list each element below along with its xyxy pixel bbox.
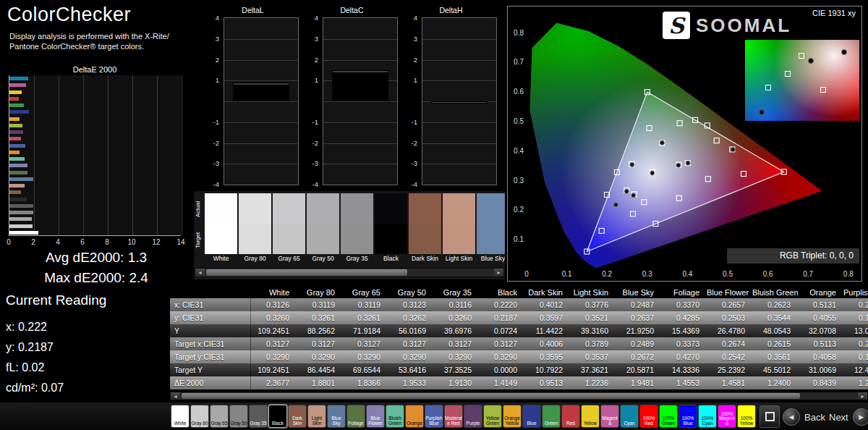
measured-marker: [660, 140, 664, 145]
scroll-left-button[interactable]: ◂: [171, 392, 180, 400]
de-bar-bluish-green: [9, 157, 25, 161]
swatch-column-gray-65: Gray 65: [273, 193, 305, 264]
back-button-label: Back: [804, 412, 825, 423]
patch-button-light-skin[interactable]: Light Skin: [307, 405, 326, 428]
table-cell: 0.3127: [388, 337, 433, 350]
patch-button-label: Red: [566, 421, 575, 428]
patch-button-blue-flower[interactable]: Blue Flower: [366, 405, 385, 428]
cie-title: CIE 1931 xy: [812, 9, 856, 17]
scroll-left-icon: ◂: [174, 393, 176, 400]
patch-button-purple[interactable]: Purple: [464, 405, 482, 428]
delta-bar: [233, 83, 289, 101]
table-cell: 0.5113: [798, 337, 843, 350]
patch-button-100-green[interactable]: 100% Green: [659, 405, 678, 428]
table-cell: 0.3370: [661, 298, 707, 311]
scroll-right-button[interactable]: ▸: [858, 392, 867, 400]
scroll-left-button[interactable]: ◂: [195, 269, 205, 277]
table-header-light-skin: Light Skin: [570, 287, 616, 298]
table-cell: 0.3127: [297, 337, 342, 350]
next-button[interactable]: Next ▶: [829, 405, 868, 429]
patch-button-blue-sky[interactable]: Blue Sky: [327, 405, 346, 428]
swatch-scrollbar[interactable]: ◂ ▸: [195, 268, 504, 277]
table-header-black: Black: [479, 287, 524, 298]
patch-button-label: 100% Blue: [679, 416, 697, 427]
table-cell: 1.4149: [479, 376, 524, 389]
patch-button-gray-80[interactable]: Gray 80: [190, 405, 209, 428]
axis-tick-label: 3: [205, 35, 219, 43]
delta-bar: [431, 101, 488, 104]
table-cell: 109.2451: [251, 363, 297, 376]
patch-button-label: 100% Red: [640, 416, 658, 427]
table-scrollbar[interactable]: ◂ ▸: [170, 392, 868, 400]
scrollbar-thumb[interactable]: [206, 269, 407, 276]
patch-button-orange[interactable]: Orange: [405, 405, 424, 428]
patch-button-label: Green: [545, 421, 558, 428]
patch-button-blue[interactable]: Blue: [522, 405, 541, 428]
patch-button-100-magenta[interactable]: 100% Magenta: [718, 405, 736, 428]
patch-button-gray-35[interactable]: Gray 35: [249, 405, 268, 428]
table-cell: 0.3260: [251, 311, 297, 324]
patch-button-orange-yellow[interactable]: Orange Yellow: [503, 405, 522, 428]
swatch-column-light-skin: Light Skin: [443, 193, 475, 264]
axis-tick-label: -2: [205, 139, 219, 147]
back-button[interactable]: ◀ Back: [783, 405, 825, 429]
pattern-window-button[interactable]: [760, 405, 780, 428]
patch-button-moderate-red[interactable]: Moderate Red: [444, 405, 463, 428]
table-cell: 20.5871: [616, 363, 661, 376]
patch-button-100-blue[interactable]: 100% Blue: [678, 405, 697, 428]
table-cell: 1.8801: [297, 376, 342, 389]
reading-fl: fL: 0.02: [6, 358, 106, 378]
patch-button-foliage[interactable]: Foliage: [346, 405, 365, 428]
table-cell: 69.6544: [342, 363, 388, 376]
patch-button-white[interactable]: White: [171, 405, 190, 428]
patch-button-yellow[interactable]: Yellow: [581, 405, 600, 428]
table-header-dark-skin: Dark Skin: [524, 287, 570, 298]
table-cell: 12.4257: [843, 363, 868, 376]
table-header-foliage: Foliage: [661, 287, 707, 298]
patch-button-bluish-green[interactable]: Bluish Green: [386, 405, 404, 428]
patch-button-green[interactable]: Green: [542, 405, 561, 428]
gridline: [108, 75, 109, 235]
deltac-chart: DeltaC 4321-1-2-3-4: [304, 6, 400, 193]
axis-tick-label: 2: [205, 56, 219, 64]
patch-button-label: Blue Flower: [367, 416, 384, 427]
scrollbar-thumb[interactable]: [182, 393, 800, 399]
patch-button-100-yellow[interactable]: 100% Yellow: [737, 405, 756, 428]
patch-button-100-cyan[interactable]: 100% Cyan: [698, 405, 717, 428]
table-cell: 0.2643: [843, 337, 868, 350]
patch-button-dark-skin[interactable]: Dark Skin: [288, 405, 307, 428]
table-cell: 13.0266: [843, 324, 868, 337]
patch-button-100-red[interactable]: 100% Red: [639, 405, 658, 428]
de-bar-gray-80: [9, 224, 33, 228]
patch-button-gray-50[interactable]: Gray 50: [229, 405, 248, 428]
delta-bar: [332, 70, 388, 101]
patch-button-yellow-green[interactable]: Yellow Green: [483, 405, 502, 428]
patch-button-magenta[interactable]: Magenta: [600, 405, 619, 428]
table-cell: 15.4369: [661, 324, 707, 337]
scroll-right-button[interactable]: ▸: [494, 269, 503, 277]
axis-tick-label: 6: [75, 238, 90, 246]
table-cell: 14.3336: [661, 363, 707, 376]
patch-button-black[interactable]: Black: [268, 405, 287, 428]
table-cell: 0.3127: [479, 337, 524, 350]
table-cell: 0.4055: [798, 311, 843, 324]
table-cell: 109.2451: [251, 324, 297, 337]
table-cell: 0.3789: [570, 337, 616, 350]
patch-button-red[interactable]: Red: [561, 405, 580, 428]
swatch-label: Blue Sky: [477, 254, 505, 264]
patch-button-cyan[interactable]: Cyan: [620, 405, 639, 428]
gridline: [83, 75, 84, 235]
table-cell: 53.6416: [388, 363, 433, 376]
table-cell: 10.7922: [524, 363, 570, 376]
table-cell: 0.3521: [570, 311, 616, 324]
patch-button-purplish-blue[interactable]: Purplish Blue: [425, 405, 443, 428]
axis-tick-label: 0.1: [509, 235, 524, 243]
axis-tick-label: 2: [304, 56, 318, 64]
table-cell: 2.3677: [251, 376, 297, 389]
table-cell: 0.0724: [479, 324, 524, 337]
axis-tick-label: 0.8: [509, 29, 524, 37]
de-bar-blue-flower: [9, 164, 27, 167]
patch-button-gray-65[interactable]: Gray 65: [210, 405, 229, 428]
de-bar-cyan: [9, 77, 28, 80]
back-arrow-icon: ◀: [789, 413, 794, 421]
